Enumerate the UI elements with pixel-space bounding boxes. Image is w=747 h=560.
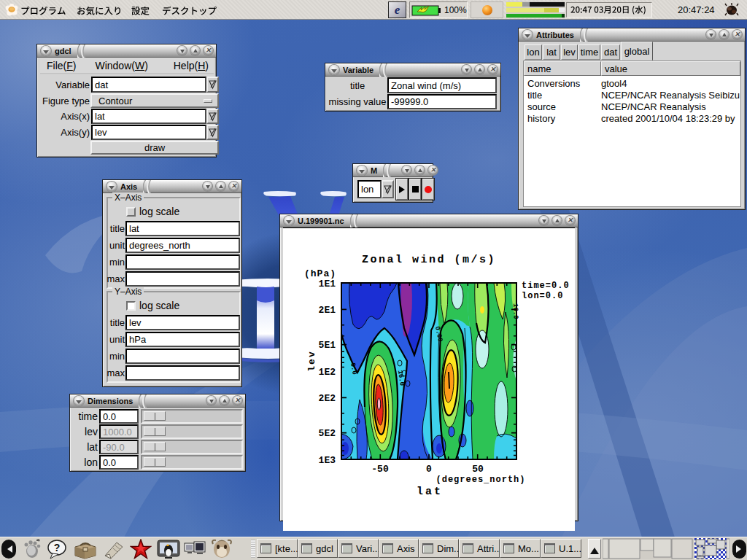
- svg-text:time=0.0: time=0.0: [522, 281, 570, 291]
- svg-text:2E2: 2E2: [319, 393, 336, 404]
- svg-text:?: ?: [54, 542, 61, 553]
- svg-text:(hPa): (hPa): [304, 268, 336, 279]
- svg-text:2E1: 2E1: [319, 305, 336, 316]
- svg-text:0: 0: [426, 464, 432, 475]
- svg-text:16.0: 16.0: [511, 303, 519, 319]
- svg-text:-50: -50: [371, 464, 389, 475]
- svg-text:lon=0.0: lon=0.0: [522, 291, 563, 301]
- svg-text:5E1: 5E1: [319, 340, 336, 351]
- svg-text:1E1: 1E1: [319, 279, 336, 289]
- svg-text:1E3: 1E3: [319, 455, 336, 466]
- svg-text:Zonal wind (m/s): Zonal wind (m/s): [362, 254, 496, 266]
- svg-text:(degrees_north): (degrees_north): [436, 475, 525, 485]
- svg-text:lev: lev: [306, 350, 317, 371]
- svg-text:50: 50: [472, 464, 484, 475]
- svg-text:lat: lat: [417, 486, 443, 498]
- svg-text:5E2: 5E2: [319, 428, 336, 439]
- svg-text:1E2: 1E2: [319, 367, 336, 378]
